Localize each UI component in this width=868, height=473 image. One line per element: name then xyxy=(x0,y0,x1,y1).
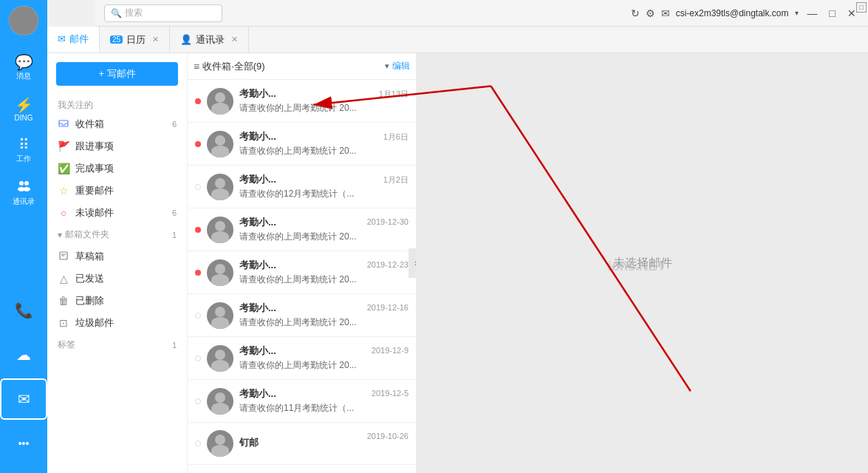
unread-dot-3 xyxy=(195,184,201,190)
unread-dot-6 xyxy=(195,313,201,319)
sidebar-item-phone[interactable]: 📞 xyxy=(0,290,47,331)
messages-icon: 💬 xyxy=(15,55,33,69)
email-sender-9: 钉邮 xyxy=(239,436,361,449)
nav-followup[interactable]: 🚩 跟进事项 xyxy=(47,135,187,157)
inbox-icon xyxy=(58,118,69,131)
minimize-button[interactable]: — xyxy=(804,7,821,19)
refresh-icon[interactable]: ↻ xyxy=(631,7,640,19)
spam-icon: ⊡ xyxy=(58,317,69,329)
tab-contacts[interactable]: 👤 通讯录 ✕ xyxy=(170,27,249,52)
svg-point-2 xyxy=(24,181,29,186)
ding-icon: ⚡ xyxy=(15,98,33,112)
nav-trash[interactable]: 🗑 已删除 xyxy=(47,290,187,312)
email-sender-5: 考勤小... xyxy=(239,259,361,272)
sidebar-item-work[interactable]: ⠿ 工作 xyxy=(0,130,47,171)
outer-restore-button[interactable]: □ xyxy=(856,2,867,13)
settings-icon[interactable]: ⚙ xyxy=(646,7,655,19)
email-date-1: 1月13日 xyxy=(379,87,409,100)
unread-dot-2 xyxy=(195,141,201,147)
my-attention-label: 我关注的 xyxy=(47,95,187,113)
filter-icon[interactable]: ≡ xyxy=(194,61,199,72)
email-content-2: 考勤小... 请查收你的上周考勤统计 20... xyxy=(239,130,377,157)
email-avatar-5 xyxy=(207,259,233,286)
email-item-1[interactable]: 考勤小... 请查收你的上周考勤统计 20... 1月13日 xyxy=(188,80,416,123)
sidebar-bottom: 📞 ☁ ✉ ••• xyxy=(0,290,47,473)
unread-dot-7 xyxy=(195,355,201,361)
compose-button[interactable]: + 写邮件 xyxy=(56,62,178,86)
sidebar-item-messages[interactable]: 💬 消息 xyxy=(0,47,47,89)
unread-dot-1 xyxy=(195,98,201,104)
email-avatar-8 xyxy=(207,388,233,415)
collapse-panel-button[interactable]: › xyxy=(409,248,417,278)
mail-tab-label: 邮件 xyxy=(69,33,89,46)
email-item-8[interactable]: 考勤小... 请查收你的11月考勤统计（... 2019-12-5 xyxy=(188,380,416,423)
email-avatar-9 xyxy=(207,430,233,457)
email-item-9[interactable]: 钉邮 2019-10-26 xyxy=(188,423,416,465)
mail-icon: ✉ xyxy=(18,392,30,406)
work-icon: ⠿ xyxy=(18,137,30,152)
title-search-bar[interactable]: 🔍 搜索 xyxy=(104,4,222,22)
edit-button[interactable]: 编辑 xyxy=(392,60,410,72)
email-subject-3: 请查收你的12月考勤统计（... xyxy=(239,188,377,200)
search-icon: 🔍 xyxy=(111,8,122,18)
email-content-9: 钉邮 xyxy=(239,436,361,451)
nav-drafts[interactable]: 草稿箱 xyxy=(47,245,187,268)
nav-unread[interactable]: ○ 未读邮件 6 xyxy=(47,202,187,224)
sidebar-item-contacts[interactable]: 通讯录 xyxy=(0,171,47,213)
email-list-header: ≡ 收件箱·全部(9) ▾ 编辑 xyxy=(188,53,416,80)
nav-done[interactable]: ✅ 完成事项 xyxy=(47,157,187,180)
email-list-panel: ≡ 收件箱·全部(9) ▾ 编辑 考勤小... 请查收你的上周考勤统计 20..… xyxy=(188,53,417,473)
email-subject-5: 请查收你的上周考勤统计 20... xyxy=(239,273,361,286)
restore-button[interactable]: □ xyxy=(827,7,838,19)
mail-tab-icon: ✉ xyxy=(58,33,66,44)
tags-section-header[interactable]: 标签 1 xyxy=(47,334,187,355)
tab-calendar[interactable]: 25 日历 ✕ xyxy=(100,27,170,52)
folders-chevron: ▾ xyxy=(58,230,62,240)
account-chevron-icon[interactable]: ▾ xyxy=(795,9,799,17)
outer-window-chrome: □ xyxy=(855,0,868,15)
folders-section-header[interactable]: ▾ 邮箱文件夹 1 xyxy=(47,224,187,245)
contacts-tab-close[interactable]: ✕ xyxy=(231,35,238,44)
email-item-2[interactable]: 考勤小... 请查收你的上周考勤统计 20... 1月6日 xyxy=(188,123,416,166)
nav-spam[interactable]: ⊡ 垃圾邮件 xyxy=(47,312,187,334)
calendar-tab-badge: 25 xyxy=(110,35,123,44)
calendar-tab-close[interactable]: ✕ xyxy=(152,35,159,44)
email-content-1: 考勤小... 请查收你的上周考勤统计 20... xyxy=(239,87,373,115)
title-bar-right: ↻ ⚙ ✉ csi-ex2m39tls@dingtalk.com ▾ — □ ✕ xyxy=(631,7,868,19)
sidebar-item-more[interactable]: ••• xyxy=(0,423,47,464)
unread-count: 6 xyxy=(172,208,177,217)
email-item-6[interactable]: 考勤小... 请查收你的上周考勤统计 20... 2019-12-16 xyxy=(188,294,416,337)
email-avatar-3 xyxy=(207,174,233,200)
drafts-label: 草稿箱 xyxy=(75,250,104,263)
unread-dot-9 xyxy=(195,440,201,446)
email-content-7: 考勤小... 请查收你的上周考勤统计 20... xyxy=(239,344,366,372)
nav-important[interactable]: ☆ 重要邮件 xyxy=(47,180,187,202)
sidebar-item-cloud[interactable]: ☁ xyxy=(0,334,47,375)
folder-chevron: ▾ xyxy=(385,61,389,71)
email-subject-6: 请查收你的上周考勤统计 20... xyxy=(239,316,361,329)
email-date-2: 1月6日 xyxy=(383,130,409,143)
email-item-3[interactable]: 考勤小... 请查收你的12月考勤统计（... 1月2日 xyxy=(188,166,416,208)
sent-label: 已发送 xyxy=(75,272,104,285)
email-item-7[interactable]: 考勤小... 请查收你的上周考勤统计 20... 2019-12-9 xyxy=(188,337,416,380)
email-avatar-2 xyxy=(207,131,233,157)
email-sender-8: 考勤小... xyxy=(239,387,366,401)
email-item-4[interactable]: 考勤小... 请查收你的上周考勤统计 20... 2019-12-30 xyxy=(188,208,416,251)
nav-inbox[interactable]: 收件箱 6 xyxy=(47,113,187,135)
svg-point-3 xyxy=(23,187,30,191)
nav-sent[interactable]: △ 已发送 xyxy=(47,268,187,290)
important-label: 重要邮件 xyxy=(75,184,114,197)
title-bar: 🔍 搜索 ↻ ⚙ ✉ csi-ex2m39tls@dingtalk.com ▾ … xyxy=(95,0,868,27)
tab-mail[interactable]: ✉ 邮件 xyxy=(47,27,100,52)
done-label: 完成事项 xyxy=(75,162,114,175)
email-sender-4: 考勤小... xyxy=(239,216,361,229)
sidebar-item-ding[interactable]: ⚡ DING xyxy=(0,89,47,130)
inbox-label: 收件箱 xyxy=(75,118,104,131)
email-subject-8: 请查收你的11月考勤统计（... xyxy=(239,402,366,415)
avatar[interactable] xyxy=(9,6,38,35)
email-content-3: 考勤小... 请查收你的12月考勤统计（... xyxy=(239,173,377,200)
email-list-body: 考勤小... 请查收你的上周考勤统计 20... 1月13日 考勤小... 请查… xyxy=(188,80,416,473)
sidebar-item-mail[interactable]: ✉ xyxy=(0,378,47,420)
email-item-5[interactable]: 考勤小... 请查收你的上周考勤统计 20... 2019-12-23 xyxy=(188,251,416,294)
contacts-tab-icon: 👤 xyxy=(180,34,192,45)
